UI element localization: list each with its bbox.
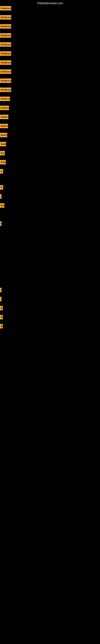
bar-item-26: B [0,306,3,310]
bar-item-22: Bott [0,203,4,208]
bar-label-16: Bottlene [1,143,6,145]
bar-item-10: Bottleneck resu [0,88,11,92]
bar-label-13: Bottleneck re [1,116,8,118]
bar-label-21: | [1,195,1,198]
bar-item-6: Bottleneck resu [0,51,11,56]
bar-item-3: Bottleneck resu [0,24,11,28]
bar-item-25: | [0,297,1,301]
bar-label-5: Bottleneck resu [1,43,11,46]
bar-label-4: Bottleneck resu [1,34,11,37]
bar-item-14: Bottleneck re [0,124,8,128]
bar-item-13: Bottleneck re [0,115,8,119]
bar-label-2: Bottleneck resu [1,16,11,18]
bar-label-9: Bottleneck resu [1,80,11,82]
bar-label-3: Bottleneck resu [1,25,11,28]
bar-label-22: Bott [1,204,4,207]
bar-item-11: Bottleneck res [0,96,10,101]
bar-item-17: Bot [0,151,5,155]
bar-item-23: E [0,222,1,226]
bar-item-18: Bottlen [0,160,6,164]
bar-label-28: Bo [1,325,3,328]
bar-item-20: B [0,185,3,190]
bar-item-27: B [0,315,3,320]
bar-label-17: Bot [1,152,4,154]
bar-label-14: Bottleneck re [1,125,8,127]
bar-label-25: | [1,298,1,300]
bar-item-15: Bottleneck r [0,133,7,137]
bar-item-7: Bottleneck resu [0,60,11,65]
bar-label-6: Bottleneck resu [1,52,11,55]
bar-label-12: Bottleneck re [1,107,9,109]
bar-label-15: Bottleneck r [1,134,7,136]
bar-item-2: Bottleneck resu [0,15,11,20]
bar-item-4: Bottleneck resu [0,33,11,38]
bar-item-24: E [0,288,1,292]
bar-item-9: Bottleneck resu [0,78,11,83]
bar-label-24: E [1,289,1,291]
bar-label-11: Bottleneck res [1,98,10,100]
bar-label-10: Bottleneck resu [1,88,11,91]
bar-label-1: Bottleneck resu [1,7,11,10]
bar-item-16: Bottlene [0,142,6,146]
bar-label-20: B [1,186,2,188]
bar-label-19: B [1,170,2,172]
site-title: TheBottlenecker.com [0,2,100,5]
bar-item-19: B [0,169,3,174]
bar-label-8: Bottleneck resu [1,70,11,73]
bar-item-8: Bottleneck resu [0,70,11,74]
bar-item-12: Bottleneck re [0,106,9,110]
bar-item-28: Bo [0,324,3,328]
bar-label-27: B [1,316,2,318]
bar-item-21: | [0,194,1,199]
bar-label-23: E [1,222,1,225]
bar-label-18: Bottlen [1,161,6,164]
bar-label-26: B [1,307,2,309]
bar-item-5: Bottleneck resu [0,42,11,47]
bar-item-1: Bottleneck resu [0,6,11,10]
bar-label-7: Bottleneck resu [1,62,11,64]
